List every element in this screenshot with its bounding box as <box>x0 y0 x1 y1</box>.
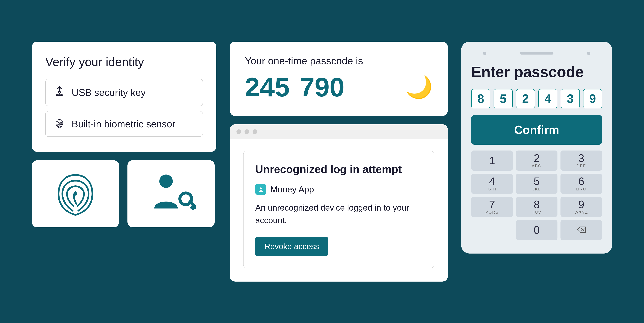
digit-6: 9 <box>583 89 602 108</box>
otp-label: Your one-time passcode is <box>245 55 433 67</box>
key-delete[interactable] <box>560 220 602 240</box>
alert-message: An unrecognized device logged in to your… <box>255 201 422 227</box>
phone-card: Enter passcode 8 5 2 4 3 9 Confirm 1 2AB… <box>461 42 612 253</box>
digit-2: 5 <box>494 89 512 108</box>
svg-point-1 <box>74 193 76 195</box>
usb-icon <box>54 86 65 99</box>
verify-card: Verify your identity USB security key <box>32 42 216 152</box>
key-3[interactable]: 3DEF <box>560 151 602 171</box>
verify-title: Verify your identity <box>45 55 203 69</box>
key-6[interactable]: 6MNO <box>560 174 602 194</box>
key-5[interactable]: 5JKL <box>516 174 558 194</box>
phone-dot-left <box>483 52 486 55</box>
svg-line-6 <box>193 207 194 209</box>
key-empty <box>471 220 513 240</box>
svg-line-5 <box>191 206 193 208</box>
otp-timer-icon: 🌙 <box>406 74 433 100</box>
confirm-button[interactable]: Confirm <box>471 115 602 145</box>
biometric-option[interactable]: Built-in biometric sensor <box>45 111 203 137</box>
key-8[interactable]: 8TUV <box>516 197 558 217</box>
phone-top-bar <box>471 52 602 55</box>
main-container: Verify your identity USB security key <box>22 32 622 292</box>
app-icon <box>255 184 266 195</box>
enter-passcode-title: Enter passcode <box>471 64 602 81</box>
svg-point-2 <box>159 174 173 188</box>
digit-1: 8 <box>471 89 490 108</box>
key-0[interactable]: 0 <box>516 220 558 240</box>
usb-option[interactable]: USB security key <box>45 79 203 106</box>
user-key-card <box>128 160 215 227</box>
alert-box: Unrecognized log in attempt Money App An… <box>243 151 434 268</box>
phone-dot-right <box>587 52 590 55</box>
app-name: Money App <box>270 184 314 194</box>
keypad: 1 2ABC 3DEF 4GHI 5JKL 6MNO 7PQRS 8TUV 9W… <box>471 151 602 240</box>
biometric-icon <box>54 118 65 130</box>
phone-speaker <box>520 52 554 55</box>
key-4[interactable]: 4GHI <box>471 174 513 194</box>
passcode-row: 8 5 2 4 3 9 <box>471 89 602 108</box>
middle-column: Your one-time passcode is 245 790 🌙 Unre… <box>230 42 448 281</box>
key-9[interactable]: 9WXYZ <box>560 197 602 217</box>
browser-content: Unrecognized log in attempt Money App An… <box>230 139 448 281</box>
digit-4: 4 <box>538 89 557 108</box>
usb-option-label: USB security key <box>72 87 146 98</box>
digit-5: 3 <box>561 89 580 108</box>
otp-left: 245 <box>245 72 290 103</box>
browser-dot-3 <box>252 129 257 134</box>
alert-title: Unrecognized log in attempt <box>255 163 422 175</box>
app-row: Money App <box>255 184 422 195</box>
key-2[interactable]: 2ABC <box>516 151 558 171</box>
bottom-cards <box>32 160 216 227</box>
key-7[interactable]: 7PQRS <box>471 197 513 217</box>
fingerprint-card <box>32 160 119 227</box>
digit-3: 2 <box>516 89 535 108</box>
otp-right: 790 <box>300 72 344 103</box>
browser-dot-1 <box>236 129 241 134</box>
key-1[interactable]: 1 <box>471 151 513 171</box>
left-column: Verify your identity USB security key <box>32 42 216 227</box>
otp-card: Your one-time passcode is 245 790 🌙 <box>230 42 448 116</box>
revoke-access-button[interactable]: Revoke access <box>255 237 328 256</box>
browser-dot-2 <box>244 129 249 134</box>
browser-header <box>230 124 448 139</box>
delete-icon <box>577 226 586 234</box>
otp-code: 245 790 🌙 <box>245 72 433 103</box>
browser-card: Unrecognized log in attempt Money App An… <box>230 124 448 281</box>
svg-point-8 <box>260 187 262 189</box>
biometric-option-label: Built-in biometric sensor <box>72 118 176 130</box>
